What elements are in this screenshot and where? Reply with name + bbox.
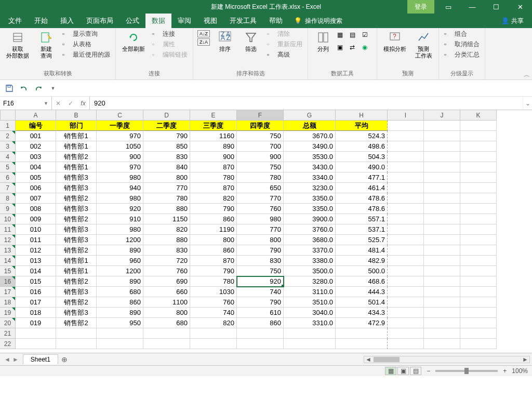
row-header[interactable]: 22: [0, 339, 16, 349]
cell[interactable]: 012: [16, 245, 56, 256]
cell[interactable]: 3530.0: [284, 152, 336, 162]
cell[interactable]: 销售部1: [56, 131, 97, 141]
cell[interactable]: 850: [143, 141, 190, 152]
cell[interactable]: 770: [237, 193, 284, 204]
cell[interactable]: 501.4: [336, 297, 388, 308]
cell[interactable]: 790: [237, 245, 284, 256]
page-break-view-icon[interactable]: ▤: [410, 367, 421, 375]
cell[interactable]: [388, 308, 424, 318]
redo-icon[interactable]: [33, 83, 44, 94]
cell[interactable]: 015: [16, 276, 56, 287]
cell[interactable]: [388, 297, 424, 308]
cell[interactable]: [143, 328, 190, 339]
cell[interactable]: 890: [97, 245, 143, 256]
cell[interactable]: [460, 183, 497, 193]
cell[interactable]: 660: [143, 287, 190, 297]
sort-az-button[interactable]: A↓Z Z↓A: [196, 29, 211, 47]
cell[interactable]: 019: [16, 318, 56, 328]
cell[interactable]: [388, 276, 424, 287]
sort-button[interactable]: Z AA Z 排序: [213, 29, 237, 54]
cell[interactable]: [460, 121, 497, 131]
cell[interactable]: 3430.0: [284, 162, 336, 172]
cell[interactable]: 780: [143, 193, 190, 204]
cell[interactable]: 销售部1: [56, 266, 97, 276]
row-header[interactable]: 11: [0, 224, 16, 235]
cell[interactable]: 编号: [16, 121, 56, 131]
cell[interactable]: [388, 214, 424, 224]
cell[interactable]: 720: [143, 256, 190, 266]
cell[interactable]: 860: [190, 214, 237, 224]
cell[interactable]: 800: [237, 235, 284, 245]
ribbon-tab[interactable]: 开始: [28, 14, 54, 28]
cell[interactable]: [388, 339, 424, 349]
cell[interactable]: [424, 162, 460, 172]
cell[interactable]: 销售部3: [56, 204, 97, 214]
cell[interactable]: 820: [143, 224, 190, 235]
cell[interactable]: 890: [190, 141, 237, 152]
cell[interactable]: 3370.0: [284, 245, 336, 256]
cell[interactable]: 890: [97, 308, 143, 318]
cell[interactable]: 3230.0: [284, 183, 336, 193]
ribbon-item[interactable]: ▫最近使用的源: [60, 50, 112, 60]
cell[interactable]: 3040.0: [284, 308, 336, 318]
cell[interactable]: 销售部2: [56, 297, 97, 308]
cell[interactable]: [424, 172, 460, 183]
cell[interactable]: 销售部3: [56, 235, 97, 245]
cell[interactable]: 481.4: [336, 245, 388, 256]
cell[interactable]: 780: [190, 172, 237, 183]
refresh-all-button[interactable]: 全部刷新: [119, 29, 148, 54]
cell[interactable]: 434.3: [336, 308, 388, 318]
ribbon-item[interactable]: ▫取消组合: [442, 39, 482, 49]
cell[interactable]: 010: [16, 224, 56, 235]
save-icon[interactable]: [4, 83, 15, 94]
cell[interactable]: 900: [237, 152, 284, 162]
cell[interactable]: 980: [237, 214, 284, 224]
cell[interactable]: 461.4: [336, 183, 388, 193]
ribbon-item[interactable]: ▫组合: [442, 29, 482, 39]
cell[interactable]: 销售部2: [56, 214, 97, 224]
row-header[interactable]: 20: [0, 318, 16, 328]
column-header[interactable]: H: [336, 110, 388, 121]
undo-icon[interactable]: [19, 83, 29, 94]
row-header[interactable]: 4: [0, 152, 16, 162]
row-header[interactable]: 2: [0, 131, 16, 141]
cell[interactable]: 3510.0: [284, 297, 336, 308]
cell[interactable]: [424, 339, 460, 349]
get-external-data-button[interactable]: 获取 外部数据: [3, 29, 32, 60]
cell[interactable]: 1100: [143, 297, 190, 308]
cell[interactable]: 780: [237, 172, 284, 183]
row-header[interactable]: 18: [0, 297, 16, 308]
cell[interactable]: [388, 224, 424, 235]
cell[interactable]: 498.6: [336, 141, 388, 152]
cell[interactable]: [97, 339, 143, 349]
cell[interactable]: 950: [97, 318, 143, 328]
cell[interactable]: [460, 245, 497, 256]
cell[interactable]: [424, 152, 460, 162]
cell[interactable]: 525.7: [336, 235, 388, 245]
cell[interactable]: 468.6: [336, 276, 388, 287]
row-header[interactable]: 9: [0, 204, 16, 214]
cell[interactable]: [56, 328, 97, 339]
column-header[interactable]: E: [190, 110, 237, 121]
cell[interactable]: 820: [190, 318, 237, 328]
cell[interactable]: 平均: [336, 121, 388, 131]
ribbon-tab[interactable]: 文件: [2, 14, 28, 28]
select-all-corner[interactable]: [0, 110, 16, 121]
cell[interactable]: 477.1: [336, 172, 388, 183]
cell[interactable]: 007: [16, 193, 56, 204]
cell[interactable]: [460, 131, 497, 141]
column-header[interactable]: J: [424, 110, 460, 121]
row-header[interactable]: 17: [0, 287, 16, 297]
cell[interactable]: 销售部2: [56, 152, 97, 162]
cell[interactable]: [424, 276, 460, 287]
page-layout-view-icon[interactable]: ▣: [397, 367, 409, 375]
cell[interactable]: 四季度: [237, 121, 284, 131]
cell[interactable]: [460, 308, 497, 318]
zoom-out-button[interactable]: −: [427, 367, 430, 375]
cell[interactable]: 780: [190, 276, 237, 287]
cell[interactable]: 760: [190, 297, 237, 308]
cell[interactable]: [424, 235, 460, 245]
cell[interactable]: [237, 328, 284, 339]
cell[interactable]: 800: [143, 172, 190, 183]
cell[interactable]: 1200: [97, 235, 143, 245]
